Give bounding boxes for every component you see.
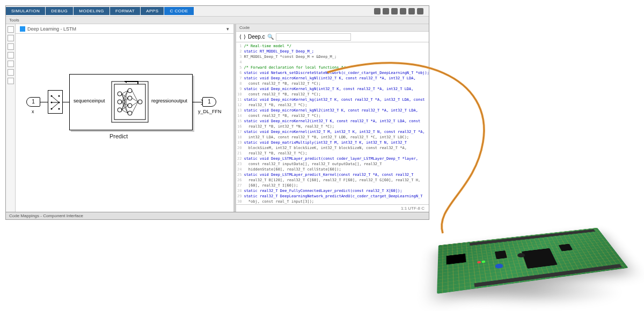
menu-right-group (374, 8, 429, 14)
tab-simulation[interactable]: SIMULATION (6, 7, 45, 15)
tool-library-icon[interactable] (8, 35, 14, 41)
nav-forward-icon[interactable]: ⟩ (244, 34, 246, 40)
tab-modeling[interactable]: MODELING (74, 7, 109, 15)
code-toolbar: ⟨ ⟩ Deep.c 🔍 (236, 32, 429, 42)
regression-output-label: regressionoutput (151, 98, 187, 103)
close-icon[interactable] (417, 8, 423, 14)
tab-c-code[interactable]: C CODE (164, 7, 193, 15)
sequence-input-label: sequenceinput (74, 98, 105, 103)
svg-point-14 (118, 108, 122, 112)
chip-small (495, 250, 507, 259)
tool-fit-icon[interactable] (8, 61, 14, 67)
nav-back-icon[interactable]: ⟨ (239, 34, 241, 40)
wire (63, 102, 69, 102)
switch-block[interactable] (48, 90, 63, 114)
svg-point-13 (118, 100, 122, 104)
menu-bar: SIMULATION DEBUG MODELING FORMAT APPS C … (6, 6, 429, 17)
wire (40, 102, 48, 102)
svg-point-18 (128, 111, 132, 115)
predict-block-label: Predict (109, 133, 128, 139)
model-canvas[interactable]: 1 x sequenceinput regressio (16, 34, 233, 212)
svg-point-12 (118, 92, 122, 96)
push-button (495, 263, 503, 269)
tool-zoom-in-icon[interactable] (8, 43, 14, 50)
tab-debug[interactable]: DEBUG (46, 7, 73, 15)
svg-point-19 (138, 100, 142, 104)
led-indicator (482, 261, 486, 263)
breadcrumb-dropdown-icon[interactable]: ▾ (226, 26, 229, 32)
tool-zoom-out-icon[interactable] (8, 52, 14, 58)
search-icon[interactable]: 🔍 (267, 34, 274, 40)
svg-point-17 (128, 103, 132, 108)
output-port-label: y_DL_FFN (198, 109, 222, 114)
input-port-label: x (32, 109, 34, 114)
led-indicator (477, 261, 481, 263)
code-file-crumb[interactable]: Deep.c (248, 34, 265, 40)
tab-apps[interactable]: APPS (141, 7, 164, 15)
simulink-window: SIMULATION DEBUG MODELING FORMAT APPS C … (5, 5, 429, 220)
code-search-input[interactable] (276, 33, 351, 41)
svg-point-15 (128, 88, 132, 93)
toolstrip-secondary: Tools (6, 17, 429, 24)
svg-line-8 (52, 102, 59, 109)
line-gutter: 1 2 3 4 5 6 7 8 9 10 11 12 13 14 15 16 1… (237, 43, 244, 203)
breadcrumb[interactable]: Deep Learning - LSTM ▾ (16, 24, 233, 34)
mcu-chip (522, 248, 558, 269)
minimize-icon[interactable] (400, 8, 406, 14)
svg-rect-10 (114, 84, 145, 120)
left-toolbar (6, 24, 16, 212)
hardware-board-illustration (392, 158, 628, 308)
model-canvas-panel: Deep Learning - LSTM ▾ 1 x (16, 24, 233, 212)
breadcrumb-label: Deep Learning - LSTM (27, 26, 76, 32)
tab-format[interactable]: FORMAT (110, 7, 140, 15)
svg-line-6 (52, 96, 59, 102)
tool-pan-icon[interactable] (8, 69, 14, 76)
code-panel-header: Code (236, 24, 429, 32)
switch-icon (48, 91, 63, 114)
svg-point-1 (58, 95, 60, 97)
input-port-block[interactable]: 1 (26, 97, 40, 107)
help-icon[interactable] (383, 8, 389, 14)
search-menu-icon[interactable] (374, 8, 380, 14)
tool-explorer-icon[interactable] (8, 26, 14, 33)
model-icon (20, 26, 25, 32)
maximize-icon[interactable] (408, 8, 415, 14)
usb-connector (447, 254, 466, 264)
app-status-bar: Code Mappings - Component Interface (6, 212, 429, 219)
svg-point-5 (58, 108, 60, 110)
neural-network-icon (111, 81, 149, 123)
settings-icon[interactable] (391, 8, 398, 14)
wire (193, 102, 202, 102)
chip-small (559, 244, 573, 251)
output-port-block[interactable]: 1 (202, 97, 216, 107)
svg-point-16 (128, 96, 132, 100)
pin-header-top (470, 229, 595, 246)
tool-annotate-icon[interactable] (8, 78, 14, 84)
svg-rect-9 (112, 82, 148, 122)
